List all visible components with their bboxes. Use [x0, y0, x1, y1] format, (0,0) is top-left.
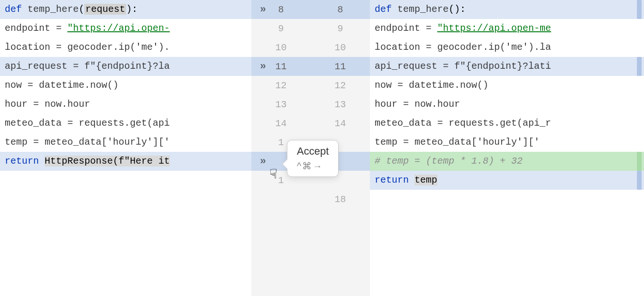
code-line: def temp_here():	[370, 0, 644, 19]
code-line: return temp	[370, 171, 644, 190]
gutter-row[interactable]: 14 14	[251, 114, 370, 133]
string-url: "https://api.open-me	[437, 23, 551, 34]
keyword-return: return	[5, 156, 45, 166]
code-text: temp = meteo_data['hourly']['	[5, 137, 170, 148]
right-diff-pane[interactable]: def temp_here(): endpoint = "https://api…	[370, 0, 644, 296]
line-number-right: 8	[311, 4, 370, 15]
paren: (	[79, 4, 84, 15]
accept-chevron-icon[interactable]: »	[260, 61, 266, 73]
code-text: api_request = f"{endpoint}?la	[5, 61, 170, 72]
left-diff-pane[interactable]: def temp_here(request): endpoint = "http…	[0, 0, 251, 296]
code-line: api_request = f"{endpoint}?la	[0, 57, 251, 76]
code-line: return HttpResponse(f"Here it	[0, 152, 251, 171]
code-text: temp = meteo_data['hourly']['	[375, 137, 540, 148]
comment: # temp = (temp * 1.8) + 32	[375, 156, 523, 166]
code-text: endpoint =	[5, 23, 67, 34]
line-number-right: 18	[311, 194, 370, 205]
code-line: endpoint = "https://api.open-	[0, 19, 251, 38]
scroll-marker[interactable]	[637, 0, 642, 19]
keyword-def: def	[5, 4, 28, 15]
line-number-right: 10	[311, 42, 370, 53]
code-line: location = geocoder.ip('me').la	[370, 38, 644, 57]
code-line: hour = now.hour	[370, 95, 644, 114]
line-number-left: 13	[251, 99, 311, 110]
code-line: meteo_data = requests.get(api	[0, 114, 251, 133]
gutter-row[interactable]: » 11 11	[251, 57, 370, 76]
line-number-left: 14	[251, 118, 311, 129]
word-highlight: HttpResponse	[45, 156, 113, 166]
code-text: meteo_data = requests.get(api_r	[375, 118, 551, 129]
code-text: location = geocoder.ip('me').la	[375, 42, 551, 53]
code-line: now = datetime.now()	[0, 76, 251, 95]
code-line-added: # temp = (temp * 1.8) + 32	[370, 152, 644, 171]
code-line: location = geocoder.ip('me').	[0, 38, 251, 57]
keyword-def: def	[375, 4, 397, 15]
code-line: def temp_here(request):	[0, 0, 251, 19]
gutter-row[interactable]: 10 10	[251, 38, 370, 57]
function-name: temp_here	[397, 4, 449, 15]
paren: ():	[449, 4, 466, 15]
scroll-marker[interactable]	[637, 171, 642, 190]
tooltip-title: Accept	[297, 145, 329, 157]
code-line: meteo_data = requests.get(api_r	[370, 114, 644, 133]
accept-chevron-icon[interactable]: »	[260, 156, 266, 167]
line-number-right: 9	[311, 23, 370, 34]
code-line: api_request = f"{endpoint}?lati	[370, 57, 644, 76]
code-text: meteo_data = requests.get(api	[5, 118, 170, 129]
line-number-right: 14	[311, 118, 370, 129]
gutter-row[interactable]: 12 12	[251, 76, 370, 95]
scroll-marker[interactable]	[637, 152, 642, 171]
code-text: hour = now.hour	[5, 99, 90, 110]
keyword-return: return	[375, 175, 414, 185]
line-number-right: 11	[311, 61, 370, 72]
line-number-right: 12	[311, 80, 370, 91]
code-text: hour = now.hour	[375, 99, 460, 110]
code-text: now = datetime.now()	[375, 80, 488, 91]
code-text: location = geocoder.ip('me').	[5, 42, 170, 53]
line-number-right: 13	[311, 99, 370, 110]
gutter-row[interactable]: » 8 8	[251, 0, 370, 19]
scroll-marker[interactable]	[637, 57, 642, 76]
string-url: "https://api.open-	[67, 23, 170, 34]
accept-tooltip: Accept ^⌘→	[287, 140, 339, 177]
word-highlight: (f"Here it	[113, 156, 170, 166]
code-line: endpoint = "https://api.open-me	[370, 19, 644, 38]
line-number-left: 10	[251, 42, 311, 53]
gutter-row[interactable]: 13 13	[251, 95, 370, 114]
function-name: temp_here	[28, 4, 79, 15]
line-number-left: 12	[251, 80, 311, 91]
paren: ):	[126, 4, 138, 15]
code-line: hour = now.hour	[0, 95, 251, 114]
scrollbar[interactable]	[635, 0, 643, 296]
tooltip-pointer-icon	[283, 159, 287, 169]
line-number-left: 9	[251, 23, 311, 34]
gutter-row[interactable]: 18	[251, 190, 370, 209]
code-text: api_request = f"{endpoint}?lati	[375, 61, 551, 72]
code-text: now = datetime.now()	[5, 80, 119, 91]
gutter-row[interactable]: 9 9	[251, 19, 370, 38]
code-line: now = datetime.now()	[370, 76, 644, 95]
accept-chevron-icon[interactable]: »	[260, 4, 266, 16]
word-highlight: temp	[414, 175, 437, 185]
code-line: temp = meteo_data['hourly']['	[0, 133, 251, 152]
tooltip-shortcut: ^⌘→	[297, 160, 329, 172]
param-highlight: request	[84, 4, 126, 15]
code-line: temp = meteo_data['hourly']['	[370, 133, 644, 152]
code-text: endpoint =	[375, 23, 437, 34]
